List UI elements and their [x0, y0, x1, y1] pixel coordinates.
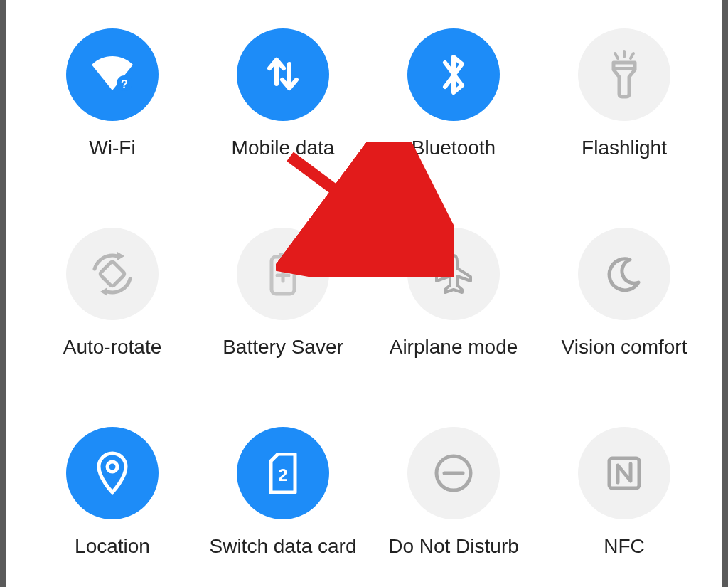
tile-label: Vision comfort — [562, 336, 687, 359]
tile-label: Auto-rotate — [63, 336, 162, 359]
tile-auto-rotate[interactable]: Auto-rotate — [27, 228, 198, 359]
tile-nfc[interactable]: NFC — [539, 427, 710, 558]
tile-battery-saver[interactable]: Battery Saver — [198, 228, 368, 359]
tile-label: Do Not Disturb — [388, 535, 519, 558]
svg-text:2: 2 — [278, 465, 287, 485]
tile-flashlight[interactable]: Flashlight — [539, 28, 710, 159]
svg-rect-2 — [261, 53, 305, 97]
data-arrows-icon — [237, 28, 329, 121]
tile-label: Location — [75, 535, 150, 558]
airplane-icon — [407, 228, 500, 320]
flashlight-icon — [578, 28, 670, 121]
tile-airplane-mode[interactable]: Airplane mode — [368, 228, 539, 359]
tile-label: Wi-Fi — [89, 137, 135, 159]
tile-label: Mobile data — [232, 137, 335, 159]
tile-label: Bluetooth — [412, 137, 496, 159]
battery-plus-icon — [237, 228, 329, 320]
svg-text:?: ? — [121, 78, 128, 90]
rotate-icon — [66, 228, 159, 320]
svg-rect-7 — [100, 261, 126, 287]
sim-2-icon: 2 — [237, 427, 329, 519]
svg-point-14 — [107, 462, 117, 472]
location-pin-icon — [66, 427, 159, 519]
tile-vision-comfort[interactable]: Vision comfort — [539, 228, 710, 359]
quick-settings-panel: ? Wi-Fi Mobile data Bluetooth — [6, 0, 722, 587]
nfc-icon — [578, 427, 670, 519]
svg-marker-9 — [100, 287, 107, 296]
tile-bluetooth[interactable]: Bluetooth — [368, 28, 539, 159]
tile-location[interactable]: Location — [27, 427, 198, 558]
svg-line-4 — [615, 53, 618, 58]
tile-label: Switch data card — [210, 535, 357, 558]
tile-wifi[interactable]: ? Wi-Fi — [27, 28, 198, 159]
tile-label: Battery Saver — [223, 336, 343, 359]
bluetooth-icon — [407, 28, 500, 121]
tile-label: Flashlight — [582, 137, 667, 159]
moon-icon — [578, 228, 670, 320]
tile-mobile-data[interactable]: Mobile data — [198, 28, 368, 159]
tile-do-not-disturb[interactable]: Do Not Disturb — [368, 427, 539, 558]
svg-line-5 — [631, 53, 633, 58]
dnd-icon — [407, 427, 500, 519]
wifi-question-icon: ? — [66, 28, 159, 121]
tile-label: Airplane mode — [390, 336, 518, 359]
tile-label: NFC — [604, 535, 645, 558]
svg-marker-8 — [117, 252, 124, 260]
tile-switch-data-card[interactable]: 2 Switch data card — [198, 427, 368, 558]
